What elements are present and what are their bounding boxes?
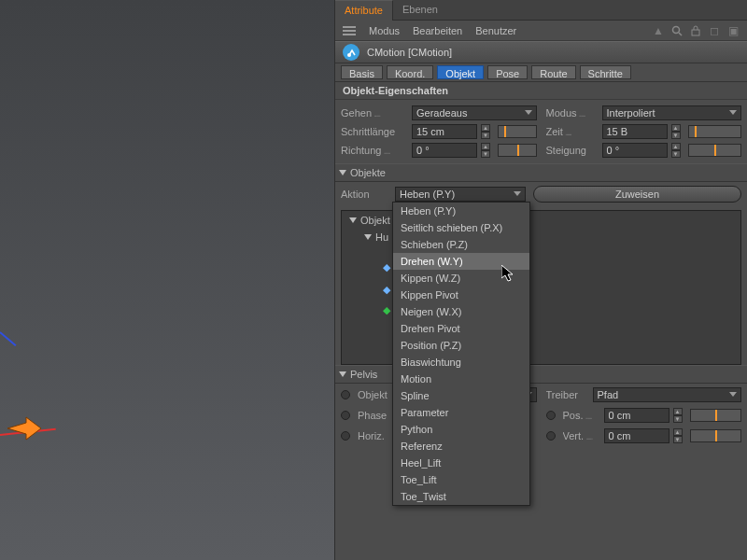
spin-pos[interactable]: ▲▼ [673,408,683,423]
radio-objekt[interactable] [341,390,350,399]
field-steigung[interactable]: 0 ° [602,143,668,158]
tab-basis[interactable]: Basis [341,65,383,79]
label-aktion: Aktion [341,189,388,200]
dropdown-item[interactable]: Schieben (P.Z) [393,236,529,253]
triangle-down-icon [349,217,357,223]
svg-rect-3 [692,30,699,35]
chevron-down-icon [525,110,532,115]
label-treiber: Treiber [546,389,589,400]
dropdown-item[interactable]: Kippen Pivot [393,287,529,303]
tab-route[interactable]: Route [531,65,575,79]
tree-item-label: Hu [375,231,388,243]
tab-pose[interactable]: Pose [487,65,528,79]
dropdown-item[interactable]: Heel_Lift [393,455,529,471]
svg-marker-0 [7,417,41,440]
dropdown-modus[interactable]: Interpoliert [602,105,742,120]
svg-line-2 [679,33,682,35]
menu-modus[interactable]: Modus [369,25,400,36]
cmotion-icon [343,44,359,61]
chevron-down-icon [729,110,737,115]
slider-vert[interactable] [690,429,742,442]
search-icon[interactable] [670,24,684,37]
svg-marker-5 [501,265,513,281]
chevron-down-icon [729,392,737,397]
label-gehen: Gehen [341,107,408,119]
field-zeit[interactable]: 15 B [602,124,668,139]
slider-steigung[interactable] [688,144,742,157]
label-richtung: Richtung [341,145,408,156]
dropdown-item[interactable]: Toe_Lift [393,471,529,488]
dropdown-item[interactable]: Biaswichtung [393,354,529,371]
field-pos[interactable]: 0 cm [604,408,669,423]
slider-richtung[interactable] [498,144,537,157]
radio-phase[interactable] [341,411,350,420]
object-title: CMotion [CMotion] [367,47,452,58]
manipulator-arrow-icon[interactable] [6,414,43,442]
new-icon[interactable]: ◻ [708,24,721,37]
dropdown-item[interactable]: Heben (P.Y) [393,203,529,219]
add-icon[interactable]: ▣ [726,24,740,37]
dropdown-item[interactable]: Toe_Twist [393,488,529,505]
object-header: CMotion [CMotion] [335,41,747,63]
dropdown-item[interactable]: Drehen Pivot [393,320,529,337]
viewport[interactable] [0,0,334,560]
chevron-down-icon [514,191,521,196]
group-objekte[interactable]: Objekte [335,163,747,182]
cursor-icon [501,265,516,284]
triangle-down-icon [339,371,346,377]
field-richtung[interactable]: 0 ° [412,143,477,158]
triangle-down-icon [364,234,372,240]
panel-tabs: Attribute Ebenen [335,0,747,21]
dropdown-item[interactable]: Spline [393,387,529,404]
field-schrittlaenge[interactable]: 15 cm [412,124,477,139]
panel-menubar: Modus Bearbeiten Benutzer ▲ ◻ ▣ [335,21,747,41]
dropdown-item[interactable]: Referenz [393,438,529,455]
axis-z [0,331,16,346]
dropdown-gehen[interactable]: Geradeaus [412,105,537,120]
label-schrittlaenge: Schrittlänge [341,126,408,137]
label-zeit: Zeit [546,126,599,137]
dropdown-item[interactable]: Python [393,421,529,438]
tab-objekt[interactable]: Objekt [437,65,484,79]
spin-steigung[interactable]: ▲▼ [671,143,681,158]
dropdown-treiber-value: Pfad [598,389,619,400]
tab-ebenen[interactable]: Ebenen [393,0,447,21]
dropdown-item[interactable]: Parameter [393,404,529,421]
tab-koord[interactable]: Koord. [387,65,433,79]
spin-zeit[interactable]: ▲▼ [671,124,681,139]
triangle-down-icon [339,170,346,175]
spin-richtung[interactable]: ▲▼ [481,143,490,158]
label-steigung: Steigung [546,145,599,156]
dropdown-gehen-value: Geradeaus [416,107,467,119]
label-modus: Modus [546,107,599,119]
nav-arrow-icon[interactable]: ▲ [652,24,665,37]
field-vert[interactable]: 0 cm [604,428,669,443]
dropdown-aktion[interactable]: Heben (P.Y) [395,187,526,202]
button-zuweisen[interactable]: Zuweisen [533,186,741,203]
radio-pos[interactable] [546,411,556,420]
dropdown-aktion-popup[interactable]: Heben (P.Y)Seitlich schieben (P.X)Schieb… [392,202,530,506]
lock-icon[interactable] [689,24,702,37]
hamburger-icon[interactable] [343,26,356,35]
radio-horiz[interactable] [341,431,350,441]
slider-pos[interactable] [690,409,742,422]
radio-vert[interactable] [546,431,556,441]
menu-benutzer[interactable]: Benutzer [475,25,516,36]
slider-schrittlaenge[interactable] [498,125,537,138]
dropdown-item[interactable]: Neigen (W.X) [393,303,529,320]
section-title: Objekt-Eigenschaften [335,82,747,100]
spin-vert[interactable]: ▲▼ [673,428,683,443]
dropdown-aktion-value: Heben (P.Y) [400,189,455,200]
dropdown-item[interactable]: Motion [393,371,529,387]
spin-schrittlaenge[interactable]: ▲▼ [481,124,490,139]
dropdown-item[interactable]: Seitlich schieben (P.X) [393,219,529,236]
tab-schritte[interactable]: Schritte [580,65,631,79]
label-vert: Vert. [563,430,600,441]
svg-point-1 [673,26,680,33]
dropdown-treiber[interactable]: Pfad [593,387,742,402]
dropdown-item[interactable]: Position (P.Z) [393,337,529,354]
menu-bearbeiten[interactable]: Bearbeiten [413,25,462,36]
tab-attribute[interactable]: Attribute [335,0,393,21]
slider-zeit[interactable] [688,125,742,138]
prop-tabs: Basis Koord. Objekt Pose Route Schritte [335,63,747,82]
